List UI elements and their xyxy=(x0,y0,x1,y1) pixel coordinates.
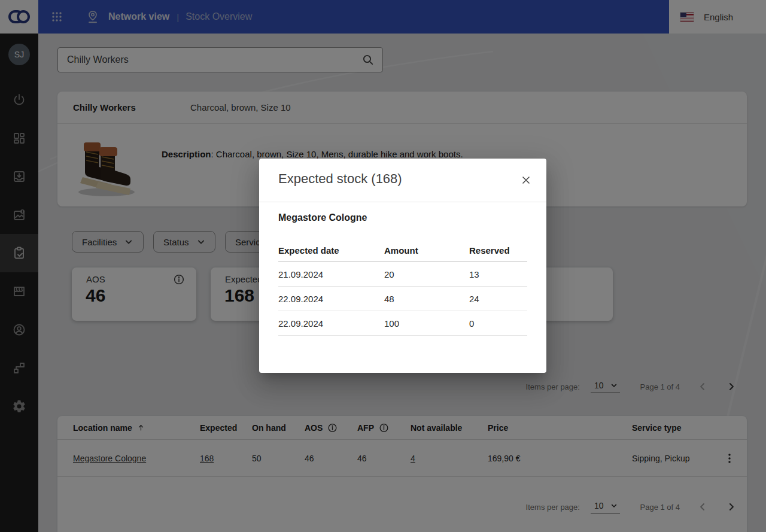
modal-column-reserved: Reserved xyxy=(469,245,510,255)
modal-table: Expected date Amount Reserved 21.09.2024… xyxy=(278,238,527,336)
modal-table-header: Expected date Amount Reserved xyxy=(278,238,527,262)
reserved: 13 xyxy=(469,269,479,279)
modal-column-date: Expected date xyxy=(278,245,339,255)
expected-date: 22.09.2024 xyxy=(278,318,323,329)
modal-header: Expected stock (168) xyxy=(259,159,546,202)
expected-date: 22.09.2024 xyxy=(278,294,323,304)
amount: 100 xyxy=(384,318,399,329)
reserved: 0 xyxy=(469,318,474,329)
close-icon[interactable] xyxy=(518,172,534,189)
modal-table-row: 22.09.2024 48 24 xyxy=(278,287,527,311)
modal-store-name: Megastore Cologne xyxy=(278,212,367,223)
amount: 20 xyxy=(384,269,394,279)
modal-table-row: 22.09.2024 100 0 xyxy=(278,311,527,336)
reserved: 24 xyxy=(469,294,479,304)
modal-title: Expected stock (168) xyxy=(278,171,402,187)
modal-column-amount: Amount xyxy=(384,245,418,255)
expected-stock-modal: Expected stock (168) Megastore Cologne E… xyxy=(259,159,546,373)
modal-table-row: 21.09.2024 20 13 xyxy=(278,262,527,287)
amount: 48 xyxy=(384,294,394,304)
expected-date: 21.09.2024 xyxy=(278,269,323,279)
